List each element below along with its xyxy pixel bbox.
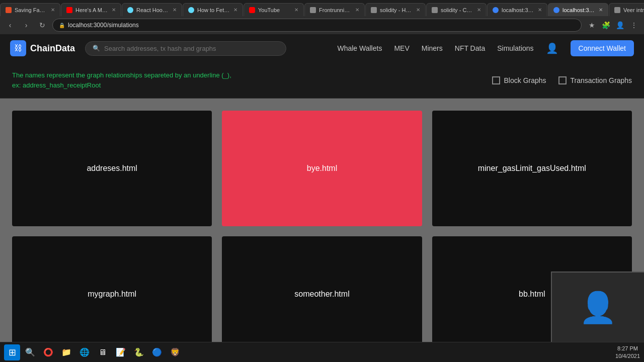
bookmark-button[interactable]: ★ [586,19,598,31]
tab-react[interactable]: React Hooks... ✕ [122,3,182,16]
tab-saving[interactable]: Saving Fand... ✕ [0,3,60,16]
transaction-graphs-checkbox-box[interactable] [558,76,567,84]
taskbar: ⊞ 🔍 ⭕ 📁 🌐 🖥 📝 🐍 🔵 🦁 8:27 PM 10/4/2021 [0,342,644,362]
tab-local1[interactable]: localhost:300... ✕ [487,3,547,16]
webcam-overlay: 👤 [551,272,644,342]
reload-button[interactable]: ↻ [36,19,48,31]
nav-nft-data[interactable]: NFT Data [455,44,485,52]
info-line2: ex: address_hash_receiptRoot [12,80,231,90]
navbar: ⛓ ChainData 🔍 Whale Wallets MEV Miners N… [0,34,644,62]
address-bar[interactable]: 🔒 localhost:3000/simulations [52,19,582,32]
tab-close[interactable]: ✕ [416,7,420,13]
card-addreses-label: addreses.html [87,164,137,173]
card-someother-label: someother.html [294,290,349,299]
tab-close[interactable]: ✕ [173,7,177,13]
lock-icon: 🔒 [59,23,65,28]
tab-local2-active[interactable]: localhost:300... ✕ [548,3,608,16]
address-text: localhost:3000/simulations [68,22,139,29]
info-line1: The names represent the graph relationsh… [12,70,231,80]
taskbar-files[interactable]: 📁 [58,344,74,360]
transaction-graphs-label: Transaction Graphs [571,76,632,84]
webcam-placeholder: 👤 [552,273,644,342]
tab-close[interactable]: ✕ [599,7,603,13]
card-miner[interactable]: miner_gasLimit_gasUsed.html [432,111,632,226]
card-bye[interactable]: bye.html [222,111,422,226]
back-button[interactable]: ‹ [4,19,16,31]
nav-links: Whale Wallets MEV Miners NFT Data Simula… [337,40,634,56]
date-display: 10/4/2021 [615,352,640,359]
connect-wallet-button[interactable]: Connect Wallet [571,40,634,56]
start-button[interactable]: ⊞ [4,344,20,360]
info-text: The names represent the graph relationsh… [12,70,231,90]
taskbar-time: 8:27 PM 10/4/2021 [615,345,640,359]
tab-youtube[interactable]: YouTube ✕ [244,3,304,16]
card-miner-label: miner_gasLimit_gasUsed.html [478,164,586,173]
tab-heres[interactable]: Here's A Mo... ✕ [61,3,121,16]
tab-veer[interactable]: Veer introduc... ✕ [609,3,644,16]
tab-close[interactable]: ✕ [355,7,359,13]
tab-close[interactable]: ✕ [294,7,298,13]
tab-sol2[interactable]: solidity - Ca... ✕ [426,3,487,16]
block-graphs-label: Block Graphs [504,76,546,84]
taskbar-chrome[interactable]: 🔵 [149,344,165,360]
browser-toolbar: ‹ › ↻ 🔒 localhost:3000/simulations ★ 🧩 👤… [0,16,644,34]
block-graphs-checkbox[interactable]: Block Graphs [492,76,546,84]
search-bar[interactable]: 🔍 [85,41,286,56]
nav-miners[interactable]: Miners [422,44,443,52]
tab-close[interactable]: ✕ [233,7,237,13]
browser-tabs: Saving Fand... ✕ Here's A Mo... ✕ React … [0,0,644,16]
taskbar-right: 8:27 PM 10/4/2021 [615,345,640,359]
info-banner: The names represent the graph relationsh… [0,62,644,99]
taskbar-vscode[interactable]: 📝 [113,344,129,360]
card-someother[interactable]: someother.html [222,236,422,352]
cards-grid: addreses.html bye.html miner_gasLimit_ga… [0,99,644,362]
tab-close[interactable]: ✕ [538,7,542,13]
app-container: ⛓ ChainData 🔍 Whale Wallets MEV Miners N… [0,34,644,362]
card-addreses[interactable]: addreses.html [12,111,212,226]
card-bye-label: bye.html [307,164,337,173]
card-mygraph-label: mygraph.html [88,290,136,299]
tab-fetch[interactable]: How to Fetch... ✕ [183,3,243,16]
user-icon[interactable]: 👤 [546,42,558,54]
menu-button[interactable]: ⋮ [628,19,640,31]
browser-chrome: Saving Fand... ✕ Here's A Mo... ✕ React … [0,0,644,34]
taskbar-search[interactable]: 🔍 [22,344,38,360]
nav-mev[interactable]: MEV [394,44,409,52]
card-mygraph[interactable]: mygraph.html [12,236,212,352]
time-display: 8:27 PM [617,345,638,352]
browser-actions: ★ 🧩 👤 ⋮ [586,19,640,31]
taskbar-edge[interactable]: 🌐 [76,344,93,360]
search-input[interactable] [104,45,279,52]
card-bb-label: bb.html [519,290,545,299]
logo-icon: ⛓ [10,40,26,56]
transaction-graphs-checkbox[interactable]: Transaction Graphs [558,76,632,84]
tab-close[interactable]: ✕ [112,7,116,13]
block-graphs-checkbox-box[interactable] [492,76,500,84]
logo-text: ChainData [30,43,75,54]
extensions-button[interactable]: 🧩 [600,19,612,31]
taskbar-code[interactable]: 🖥 [95,344,111,360]
taskbar-python[interactable]: 🐍 [131,344,147,360]
checkboxes-container: Block Graphs Transaction Graphs [492,76,632,84]
nav-simulations[interactable]: Simulations [497,44,533,52]
tab-close[interactable]: ✕ [477,7,481,13]
taskbar-cortana[interactable]: ⭕ [40,344,56,360]
profile-button[interactable]: 👤 [614,19,626,31]
tab-front[interactable]: Frontrunning... ✕ [304,3,365,16]
logo-area: ⛓ ChainData [10,40,75,56]
person-silhouette: 👤 [579,290,617,325]
tab-sol1[interactable]: solidity - Ho... ✕ [365,3,426,16]
tab-close[interactable]: ✕ [51,7,55,13]
search-icon: 🔍 [93,45,100,52]
forward-button[interactable]: › [20,19,32,31]
nav-whale-wallets[interactable]: Whale Wallets [337,44,382,52]
taskbar-brave[interactable]: 🦁 [167,344,183,360]
